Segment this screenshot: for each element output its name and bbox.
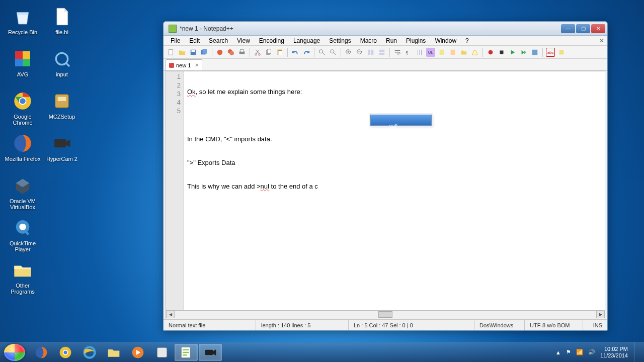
desktop-icon-mczsetup[interactable]: MCZSetup [43,88,80,131]
save-all-button[interactable] [200,48,209,57]
svg-rect-14 [169,49,173,55]
menu-help[interactable]: ? [461,37,473,45]
desktop-icon-quicktime-player[interactable]: QuickTime Player [4,215,41,257]
indent-guide-button[interactable] [415,48,424,57]
tray-clock[interactable]: 10:02 PM 11/23/2014 [600,346,628,359]
menu-search[interactable]: Search [205,37,232,45]
svg-rect-36 [379,49,385,51]
desktop-icon-avg[interactable]: AVG [4,46,41,88]
menu-run[interactable]: Run [382,37,401,45]
tray-chevron-icon[interactable]: ▲ [555,349,561,355]
desktop-icon-other-programs[interactable]: Other Programs [4,257,41,300]
menu-encoding[interactable]: Encoding [255,37,288,45]
zoom-out-button[interactable] [355,48,364,57]
menu-file[interactable]: File [167,37,184,45]
play-multi-button[interactable] [519,48,528,57]
desktop-icon-oracle-vm-virtualbox[interactable]: Oracle VM VirtualBox [4,173,41,215]
desktop-icon-file-hi[interactable]: file.hi [43,4,80,46]
desktop-icon-recycle-bin[interactable]: Recycle Bin [4,4,41,46]
autocomplete-item[interactable]: call [389,123,398,129]
horizontal-scrollbar[interactable]: ◀ ▶ [166,311,605,319]
menubar-close-icon[interactable]: ✕ [599,37,604,44]
paste-button[interactable] [275,48,284,57]
editor[interactable]: 1 2 3 4 5 Ok, so let me explain some thi… [166,71,605,311]
taskbar-notepadpp[interactable] [175,344,198,361]
maximize-button[interactable]: ▢ [576,24,590,33]
svg-rect-0 [15,51,23,59]
desktop-icon-hypercam2[interactable]: HyperCam 2 [43,131,80,173]
monitor-button[interactable] [470,48,479,57]
taskbar-hypercam[interactable] [199,344,222,361]
system-tray[interactable]: ▲ ⚑ 📶 🔊 10:02 PM 11/23/2014 [552,346,631,359]
show-hide-button[interactable] [557,48,566,57]
scroll-thumb[interactable] [378,311,392,318]
open-file-button[interactable] [178,48,187,57]
copy-button[interactable] [264,48,273,57]
zoom-in-button[interactable] [344,48,353,57]
desktop-icon-google-chrome[interactable]: Google Chrome [4,88,41,131]
save-macro-button[interactable] [530,48,539,57]
menu-macro[interactable]: Macro [356,37,381,45]
taskbar-generic[interactable] [150,344,174,361]
wordwrap-button[interactable] [393,48,402,57]
tray-flag-icon[interactable]: ⚑ [566,349,571,355]
func-list-button[interactable] [448,48,457,57]
menu-plugins[interactable]: Plugins [402,37,430,45]
svg-point-6 [20,98,26,104]
tray-network-icon[interactable]: 📶 [576,349,583,355]
record-macro-button[interactable] [486,48,495,57]
taskbar-ie[interactable] [78,344,101,361]
sync-h-button[interactable] [377,48,386,57]
save-button[interactable] [189,48,198,57]
svg-rect-27 [267,49,271,53]
find-button[interactable] [317,48,327,57]
desktop-icon-mozilla-firefox[interactable]: Mozilla Firefox [4,131,41,173]
menu-language[interactable]: Language [289,37,324,45]
sync-v-button[interactable] [366,48,375,57]
menu-edit[interactable]: Edit [185,37,204,45]
taskbar-media[interactable] [126,344,149,361]
scroll-right-button[interactable]: ▶ [596,311,605,318]
spellcheck-button[interactable]: abc [546,48,555,57]
svg-rect-44 [532,49,538,55]
code-area[interactable]: Ok, so let me explain some things here: … [184,71,605,310]
print-button[interactable] [237,48,247,57]
play-macro-button[interactable] [508,48,517,57]
stop-macro-button[interactable] [497,48,506,57]
start-button[interactable] [4,344,25,361]
line-number-gutter: 1 2 3 4 5 [166,71,184,310]
svg-rect-46 [559,50,564,54]
tab-close-icon[interactable]: ✕ [195,62,199,68]
show-desktop-button[interactable] [634,342,640,363]
taskbar-firefox[interactable] [30,344,53,361]
close-button[interactable]: ✕ [591,24,605,33]
undo-button[interactable] [291,48,300,57]
menu-window[interactable]: Window [431,37,460,45]
taskbar-chrome[interactable] [54,344,77,361]
close-all-button[interactable] [226,48,235,57]
titlebar[interactable]: *new 1 - Notepad++ — ▢ ✕ [164,22,607,36]
menu-view[interactable]: View [233,37,254,45]
status-encoding: UTF-8 w/o BOM [525,320,583,330]
menu-settings[interactable]: Settings [325,37,355,45]
replace-button[interactable] [329,48,338,57]
all-chars-button[interactable]: ¶ [404,48,413,57]
svg-point-42 [489,50,493,54]
folder-view-button[interactable] [459,48,468,57]
desktop-icon-input[interactable]: input [43,46,80,88]
redo-button[interactable] [302,48,311,57]
svg-point-9 [19,224,26,230]
doc-map-button[interactable] [437,48,446,57]
desktop: Recycle Bin AVG Google Chrome Mozilla Fi… [0,0,644,362]
new-file-button[interactable] [167,48,176,57]
scroll-left-button[interactable]: ◀ [166,311,175,318]
svg-rect-16 [192,50,195,52]
cut-button[interactable] [253,48,262,57]
taskbar-explorer[interactable] [102,344,125,361]
minimize-button[interactable]: — [561,24,575,33]
tab-new-1[interactable]: new 1 ✕ [166,59,202,70]
udl-button[interactable]: UL [426,48,435,57]
autocomplete-popup[interactable]: call [370,115,432,126]
close-file-button[interactable] [215,48,224,57]
tray-volume-icon[interactable]: 🔊 [588,349,595,355]
